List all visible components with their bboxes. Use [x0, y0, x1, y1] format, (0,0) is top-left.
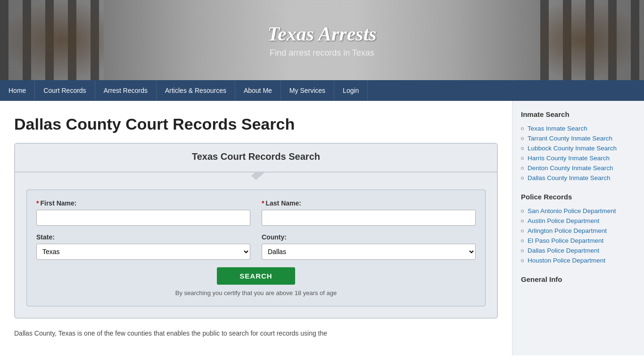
- search-btn-wrapper: SEARCH: [36, 267, 476, 285]
- sidebar-inmate-title: Inmate Search: [521, 110, 636, 120]
- last-name-label: *Last Name:: [262, 199, 476, 207]
- list-item: Lubbock County Inmate Search: [521, 145, 636, 152]
- main-nav: Home Court Records Arrest Records Articl…: [0, 80, 644, 101]
- bullet-icon: [521, 220, 524, 222]
- form-group-lastname: *Last Name:: [262, 199, 476, 226]
- list-item: Texas Inmate Search: [521, 125, 636, 132]
- sidebar-general-title: General Info: [521, 275, 636, 285]
- form-row-names: *First Name: *Last Name:: [36, 199, 476, 226]
- list-item: Dallas County Inmate Search: [521, 174, 636, 181]
- sidebar-police-records: Police Records San Antonio Police Depart…: [521, 193, 636, 264]
- pointer-inner: [240, 173, 255, 179]
- hero-text-block: Texas Arrests Find arrest records in Tex…: [267, 23, 376, 58]
- link-arlington-pd[interactable]: Arlington Police Department: [528, 227, 607, 234]
- page-title: Dallas County Court Records Search: [14, 115, 498, 133]
- bullet-icon: [521, 177, 524, 180]
- bullet-icon: [521, 157, 524, 160]
- form-group-state: State: Texas Alabama Alaska Arizona: [36, 233, 250, 260]
- last-name-input[interactable]: [262, 210, 476, 226]
- search-disclaimer: By searching you certify that you are ab…: [36, 289, 476, 296]
- search-box-title: Texas Court Records Search: [26, 151, 486, 162]
- body-text: Dallas County, Texas is one of the few c…: [14, 328, 498, 338]
- nav-services[interactable]: My Services: [281, 80, 334, 101]
- bullet-icon: [521, 230, 524, 232]
- required-star-lastname: *: [262, 199, 264, 207]
- bullet-icon: [521, 137, 524, 140]
- link-tarrant-inmate[interactable]: Tarrant County Inmate Search: [528, 135, 612, 142]
- bullet-icon: [521, 259, 524, 262]
- state-label: State:: [36, 233, 250, 241]
- form-group-county: County: Dallas Tarrant Harris Bexar: [262, 233, 476, 260]
- state-select[interactable]: Texas Alabama Alaska Arizona: [36, 244, 250, 260]
- link-harris-inmate[interactable]: Harris County Inmate Search: [528, 155, 610, 162]
- sidebar: Inmate Search Texas Inmate Search Tarran…: [512, 101, 644, 355]
- list-item: Dallas Police Department: [521, 247, 636, 254]
- list-item: Tarrant County Inmate Search: [521, 135, 636, 142]
- form-row-location: State: Texas Alabama Alaska Arizona Coun…: [36, 233, 476, 260]
- link-austin-pd[interactable]: Austin Police Department: [528, 217, 599, 224]
- nav-login[interactable]: Login: [334, 80, 368, 101]
- link-elpaso-pd[interactable]: El Paso Police Department: [528, 237, 603, 244]
- search-box: Texas Court Records Search *First Name:: [14, 143, 498, 319]
- link-texas-inmate[interactable]: Texas Inmate Search: [528, 125, 587, 132]
- first-name-input[interactable]: [36, 210, 250, 226]
- bullet-icon: [521, 239, 524, 242]
- list-item: Houston Police Department: [521, 257, 636, 264]
- hero-left-bars: [0, 0, 104, 80]
- list-item: Arlington Police Department: [521, 227, 636, 234]
- search-button[interactable]: SEARCH: [217, 267, 295, 285]
- nav-home[interactable]: Home: [0, 80, 35, 101]
- link-denton-inmate[interactable]: Denton County Inmate Search: [528, 165, 613, 172]
- link-san-antonio-pd[interactable]: San Antonio Police Department: [528, 207, 616, 214]
- link-lubbock-inmate[interactable]: Lubbock County Inmate Search: [528, 145, 617, 152]
- list-item: Denton County Inmate Search: [521, 165, 636, 172]
- first-name-label: *First Name:: [36, 199, 250, 207]
- county-select[interactable]: Dallas Tarrant Harris Bexar: [262, 244, 476, 260]
- search-form-area: *First Name: *Last Name: State:: [26, 189, 486, 306]
- sidebar-general-info: General Info: [521, 275, 636, 285]
- pointer-container: [26, 173, 486, 182]
- site-subtitle: Find arrest records in Texas: [267, 48, 376, 58]
- site-title: Texas Arrests: [267, 23, 376, 45]
- main-layout: Dallas County Court Records Search Texas…: [0, 101, 644, 355]
- link-dallas-inmate[interactable]: Dallas County Inmate Search: [528, 174, 611, 181]
- hero-banner: Texas Arrests Find arrest records in Tex…: [0, 0, 644, 80]
- bullet-icon: [521, 210, 524, 213]
- nav-about[interactable]: About Me: [235, 80, 281, 101]
- sidebar-police-list: San Antonio Police Department Austin Pol…: [521, 207, 636, 264]
- list-item: San Antonio Police Department: [521, 207, 636, 214]
- link-houston-pd[interactable]: Houston Police Department: [528, 257, 605, 264]
- search-box-header: Texas Court Records Search: [15, 144, 497, 173]
- nav-arrest-records[interactable]: Arrest Records: [95, 80, 157, 101]
- list-item: El Paso Police Department: [521, 237, 636, 244]
- list-item: Austin Police Department: [521, 217, 636, 224]
- sidebar-inmate-list: Texas Inmate Search Tarrant County Inmat…: [521, 125, 636, 181]
- link-dallas-pd[interactable]: Dallas Police Department: [528, 247, 599, 254]
- county-label: County:: [262, 233, 476, 241]
- hero-right-bars: [540, 0, 644, 80]
- required-star-firstname: *: [36, 199, 39, 207]
- sidebar-police-title: Police Records: [521, 193, 636, 203]
- form-group-firstname: *First Name:: [36, 199, 250, 226]
- nav-court-records[interactable]: Court Records: [35, 80, 95, 101]
- bullet-icon: [521, 249, 524, 252]
- nav-articles[interactable]: Articles & Resources: [157, 80, 235, 101]
- bullet-icon: [521, 147, 524, 150]
- list-item: Harris County Inmate Search: [521, 155, 636, 162]
- main-content: Dallas County Court Records Search Texas…: [0, 101, 512, 348]
- sidebar-inmate-search: Inmate Search Texas Inmate Search Tarran…: [521, 110, 636, 181]
- bullet-icon: [521, 127, 524, 130]
- bullet-icon: [521, 167, 524, 170]
